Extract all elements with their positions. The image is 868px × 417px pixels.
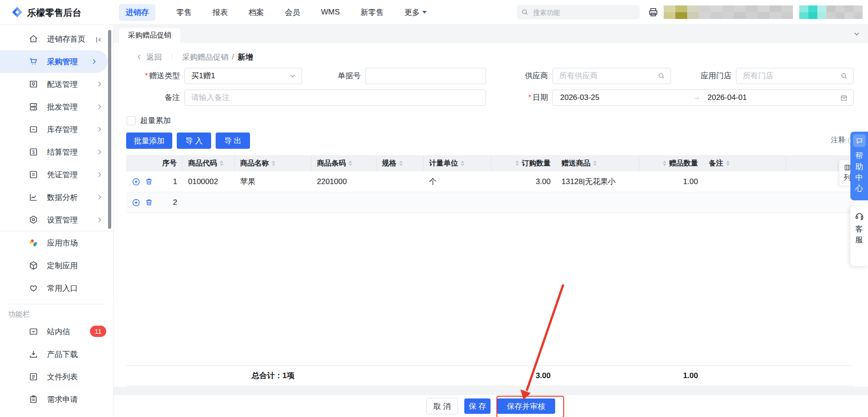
sort-icon[interactable]: [220, 161, 223, 166]
doc-no-field[interactable]: [365, 68, 486, 84]
chevron-right-icon: [96, 81, 103, 88]
tab-purchase-gift-promo[interactable]: 采购赠品促销: [119, 28, 180, 43]
cell-gift-qty[interactable]: 1.00: [639, 171, 703, 192]
supplier-input[interactable]: [553, 68, 670, 84]
cell-gift-qty[interactable]: [639, 192, 703, 213]
nav-baobiao[interactable]: 报表: [212, 7, 228, 18]
sidebar-item-delivery[interactable]: 配送管理: [0, 73, 113, 95]
tabs-chevron-down-icon[interactable]: [853, 30, 861, 38]
nav-xinlingshou[interactable]: 新零售: [361, 7, 384, 18]
cell-order-qty[interactable]: [491, 192, 556, 213]
sort-icon[interactable]: [461, 161, 464, 166]
sort-icon[interactable]: [726, 161, 730, 166]
remark-input[interactable]: [185, 90, 486, 105]
sidebar-item-analytics[interactable]: 数据分析: [0, 186, 113, 208]
over-accumulate-checkbox[interactable]: 超量累加: [127, 115, 171, 126]
nav-huiyuan[interactable]: 会员: [285, 7, 300, 18]
help-center-widget[interactable]: 帮助中心: [850, 132, 868, 200]
column-settings-label: 列: [844, 173, 851, 183]
collapse-sidebar-icon[interactable]: [94, 35, 103, 44]
cell-remark[interactable]: [703, 192, 786, 213]
sort-icon[interactable]: [515, 161, 519, 166]
back-link[interactable]: 返回: [146, 52, 162, 62]
cell-gift-item[interactable]: [556, 192, 639, 213]
col-spec[interactable]: 规格: [377, 155, 424, 171]
sidebar: 进销存首页 采购管理 配送管理 批发管理 库存管理 $ 结算管理: [0, 24, 113, 417]
col-remark[interactable]: 备注: [703, 155, 786, 171]
col-name[interactable]: 商品名称: [235, 155, 311, 171]
import-button[interactable]: 导 入: [177, 133, 211, 149]
col-code[interactable]: 商品代码: [183, 155, 235, 171]
nav-lingshou[interactable]: 零售: [176, 7, 192, 18]
redacted-user-block: [664, 5, 793, 19]
nav-jinxiaocun[interactable]: 进销存: [119, 4, 156, 21]
export-button[interactable]: 导 出: [216, 133, 250, 149]
breadcrumb-parent[interactable]: 采购赠品促销: [182, 52, 228, 62]
sort-icon[interactable]: [399, 161, 403, 166]
add-row-icon[interactable]: [132, 177, 141, 186]
sidebar-item-product-download[interactable]: 产品下载: [0, 343, 113, 365]
sidebar-scrollbar[interactable]: [108, 30, 111, 229]
nav-wms[interactable]: WMS: [321, 8, 340, 17]
delete-row-icon[interactable]: [145, 198, 153, 207]
cell-name[interactable]: [235, 192, 311, 213]
doc-no-input[interactable]: [366, 68, 486, 84]
date-range-arrow-icon: →: [693, 93, 700, 101]
sidebar-item-settings[interactable]: 设置管理: [0, 208, 113, 231]
sidebar-item-custom-app[interactable]: 定制应用: [0, 254, 113, 277]
col-unit[interactable]: 计量单位: [424, 155, 491, 171]
batch-add-button[interactable]: 批量添加: [126, 133, 172, 149]
sidebar-item-inventory[interactable]: 库存管理: [0, 118, 113, 141]
sidebar-item-messages[interactable]: 站内信 11: [0, 320, 113, 343]
sort-icon[interactable]: [349, 161, 352, 166]
app-title: 乐檬零售后台: [27, 7, 81, 19]
sidebar-item-favorites[interactable]: 常用入口: [0, 277, 113, 299]
back-chevron-icon[interactable]: [136, 53, 143, 61]
printer-icon[interactable]: [647, 6, 659, 18]
gift-type-select[interactable]: 买1赠1: [184, 68, 302, 84]
chevron-right-icon: [96, 216, 103, 223]
app-market-icon: [28, 237, 39, 248]
sidebar-item-voucher[interactable]: 凭证管理: [0, 163, 113, 186]
stores-input[interactable]: [736, 68, 853, 84]
date-start[interactable]: 2026-03-25: [560, 93, 599, 102]
function-search[interactable]: [517, 5, 640, 19]
sidebar-item-settlement[interactable]: $ 结算管理: [0, 141, 113, 163]
cancel-button[interactable]: 取 消: [426, 398, 458, 414]
customer-service-widget[interactable]: 客服: [850, 206, 868, 266]
col-order-qty[interactable]: 订购数量: [491, 155, 556, 171]
checkbox-box[interactable]: [127, 116, 136, 125]
cell-gift-item[interactable]: 13128|无花果小: [556, 171, 639, 192]
save-and-audit-button[interactable]: 保存并审核: [497, 398, 555, 414]
sort-icon[interactable]: [593, 161, 597, 166]
remark-field[interactable]: [184, 90, 486, 106]
sort-icon[interactable]: [272, 161, 275, 166]
sidebar-item-home[interactable]: 进销存首页: [0, 28, 113, 50]
sidebar-item-file-list[interactable]: 文件列表: [0, 365, 113, 388]
delete-row-icon[interactable]: [145, 177, 153, 186]
sidebar-item-purchase[interactable]: 采购管理: [0, 50, 108, 73]
sidebar-item-app-market[interactable]: 应用市场: [0, 232, 113, 254]
cell-order-qty[interactable]: 3.00: [491, 171, 556, 192]
date-end[interactable]: 2026-04-01: [708, 93, 747, 102]
save-button[interactable]: 保 存: [464, 398, 491, 414]
date-range-picker[interactable]: 2026-03-25 → 2026-04-01: [552, 90, 854, 106]
stores-field[interactable]: [736, 68, 854, 84]
nav-more[interactable]: 更多: [405, 7, 427, 18]
settlement-icon: $: [28, 147, 39, 157]
search-input[interactable]: [532, 8, 624, 17]
sort-icon[interactable]: [663, 161, 666, 166]
nav-dangan[interactable]: 档案: [249, 7, 264, 18]
col-gift-qty[interactable]: 赠品数量: [639, 155, 703, 171]
col-gift-item[interactable]: 赠送商品: [556, 155, 639, 171]
cell-filler: [786, 192, 854, 213]
cell-code[interactable]: [183, 192, 235, 213]
col-barcode[interactable]: 商品条码: [311, 155, 377, 171]
cell-remark[interactable]: [703, 171, 786, 192]
supplier-field[interactable]: [552, 68, 671, 84]
sidebar-item-requirement[interactable]: 需求申请: [0, 388, 113, 411]
cell-barcode[interactable]: [311, 192, 377, 213]
add-row-icon[interactable]: [132, 198, 141, 207]
chevron-down-icon: [422, 11, 427, 14]
sidebar-item-wholesale[interactable]: 批发管理: [0, 95, 113, 118]
